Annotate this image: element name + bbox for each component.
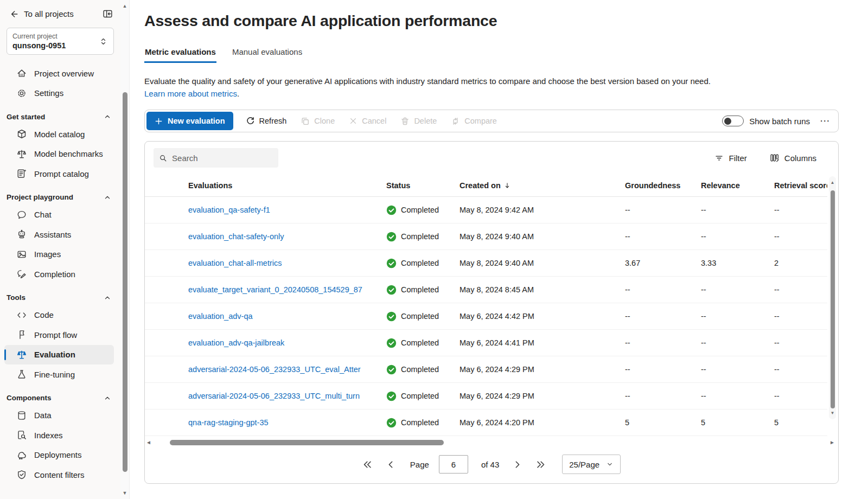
header-evaluations[interactable]: Evaluations [188,181,386,190]
back-to-projects-link[interactable]: To all projects [24,9,97,18]
evaluation-name-link[interactable]: evaluation_adv-qa [188,312,253,321]
delete-button[interactable]: Delete [393,112,444,130]
previous-page-button[interactable] [386,459,396,470]
tab-metric-evaluations[interactable]: Metric evaluations [144,43,216,63]
sidebar-item-fine-tuning[interactable]: Fine-tuning [4,364,114,385]
scroll-down-arrow-icon[interactable]: ▼ [120,490,129,496]
evaluation-name-link[interactable]: evaluation_chat-all-metrics [188,259,282,267]
created-on-cell: May 6, 2024 4:29 PM [459,365,625,374]
arrow-left-icon[interactable] [9,9,18,19]
table-row[interactable]: evaluation_qa-safety-f1 Completed May 8,… [145,197,827,223]
sidebar-item-settings[interactable]: Settings [4,84,114,104]
shield-check-icon [16,469,27,480]
last-page-button[interactable] [535,459,546,470]
scroll-up-arrow-icon[interactable]: ▲ [829,180,836,185]
sidebar-item-project-overview[interactable]: Project overview [4,63,114,84]
horizontal-scrollbar-thumb[interactable] [170,440,444,445]
sidebar-item-deployments[interactable]: Deployments [4,445,114,465]
completed-check-icon [386,311,397,322]
section-components[interactable]: Components [0,385,120,406]
project-selector[interactable]: Current project qunsong-0951 [7,28,114,55]
relevance-cell: -- [701,232,774,241]
evaluation-name-link[interactable]: adversarial-2024-05-06_232933_UTC_eval_A… [188,365,361,374]
sidebar-item-evaluation[interactable]: Evaluation [4,345,114,365]
learn-more-link[interactable]: Learn more about metrics [144,89,237,98]
evaluation-name-link[interactable]: evaluation_chat-safety-only [188,232,284,241]
tab-manual-evaluations[interactable]: Manual evaluations [232,43,303,63]
table-row[interactable]: evaluate_target_variant_0_20240508_15452… [145,277,827,303]
horizontal-scrollbar[interactable]: ◄ ► [156,439,820,446]
header-relevance[interactable]: Relevance [701,181,774,190]
sidebar-item-label: Content filters [34,470,85,479]
sort-descending-icon [503,182,511,189]
header-status[interactable]: Status [386,181,459,190]
sidebar-item-label: Chat [34,210,52,219]
table-row[interactable]: evaluation_chat-all-metrics Completed Ma… [145,250,827,277]
table-row[interactable]: evaluation_chat-safety-only Completed Ma… [145,223,827,250]
created-on-label: Created on [459,181,501,190]
sidebar-item-model-benchmarks[interactable]: Model benchmarks [4,144,114,164]
sidebar-item-code[interactable]: Code [4,305,114,325]
table-vertical-scrollbar[interactable]: ▲ ▼ [829,176,836,419]
sidebar-item-prompt-flow[interactable]: Prompt flow [4,325,114,345]
relevance-cell: -- [701,285,774,294]
table-row[interactable]: evaluation_adv-qa Completed May 6, 2024 … [145,303,827,330]
created-on-cell: May 8, 2024 9:40 AM [459,232,625,241]
collapse-panel-icon[interactable] [103,9,113,19]
sidebar-item-prompt-catalog[interactable]: Prompt catalog [4,164,114,184]
show-batch-runs-toggle[interactable] [722,116,744,126]
sidebar-item-model-catalog[interactable]: Model catalog [4,124,114,144]
sidebar-scrollbar[interactable]: ▲ ▼ [120,0,130,499]
scroll-down-arrow-icon[interactable]: ▼ [829,411,836,415]
sidebar-item-assistants[interactable]: Assistants [4,225,114,245]
sidebar-item-indexes[interactable]: Indexes [4,425,114,445]
section-tools[interactable]: Tools [0,284,120,305]
clone-button[interactable]: Clone [293,112,342,130]
table-row[interactable]: qna-rag-staging-gpt-35 Completed May 6, … [145,410,827,436]
first-page-button[interactable] [362,459,373,470]
header-groundedness[interactable]: Groundedness [625,181,701,190]
refresh-button[interactable]: Refresh [239,112,294,130]
more-options-button[interactable]: ⋯ [820,118,831,124]
next-page-button[interactable] [512,459,522,470]
search-input[interactable] [172,153,273,163]
compare-button[interactable]: Compare [444,112,504,130]
created-on-cell: May 8, 2024 9:42 AM [459,206,625,214]
table-row[interactable]: evaluation_adv-qa-jailbreak Completed Ma… [145,330,827,356]
filter-button[interactable]: Filter [709,150,752,166]
sidebar-item-data[interactable]: Data [4,406,114,426]
sidebar-item-chat[interactable]: Chat [4,205,114,225]
section-get-started[interactable]: Get started [0,103,120,124]
page-number-input[interactable] [439,455,468,474]
flask-icon [16,369,27,380]
columns-button[interactable]: Columns [764,150,822,166]
evaluation-name-link[interactable]: adversarial-2024-05-06_232933_UTC_multi_… [188,392,360,400]
groundedness-cell: 3.67 [625,259,701,267]
scroll-up-arrow-icon[interactable]: ▲ [120,3,129,9]
evaluation-name-link[interactable]: qna-rag-staging-gpt-35 [188,418,269,427]
header-retrieval-score[interactable]: Retrieval score [774,181,827,190]
table-scrollbar-thumb[interactable] [831,190,835,408]
page-size-select[interactable]: 25/Page [562,455,621,474]
new-evaluation-button[interactable]: New evaluation [146,112,233,130]
created-on-cell: May 8, 2024 8:45 AM [459,285,625,294]
section-project-playground[interactable]: Project playground [0,184,120,205]
cube-icon [16,129,27,139]
status-text: Completed [401,365,439,374]
cancel-button[interactable]: Cancel [342,112,393,130]
scroll-right-arrow-icon[interactable]: ► [829,439,835,445]
table-row[interactable]: adversarial-2024-05-06_232933_UTC_multi_… [145,383,827,410]
sidebar-item-content-filters[interactable]: Content filters [4,465,114,485]
search-box[interactable] [154,148,278,168]
evaluation-name-link[interactable]: evaluation_qa-safety-f1 [188,206,270,214]
chevron-up-icon [103,293,112,302]
evaluation-name-link[interactable]: evaluation_adv-qa-jailbreak [188,338,284,347]
evaluation-name-link[interactable]: evaluate_target_variant_0_20240508_15452… [188,285,362,294]
scroll-left-arrow-icon[interactable]: ◄ [146,439,151,445]
table-row[interactable]: adversarial-2024-05-06_232933_UTC_eval_A… [145,356,827,383]
sidebar-item-images[interactable]: Images [4,245,114,265]
header-created-on[interactable]: Created on [459,181,625,190]
refresh-icon [246,117,255,126]
sidebar-item-completion[interactable]: Completion [4,264,114,284]
sidebar-scrollbar-thumb[interactable] [123,92,127,472]
